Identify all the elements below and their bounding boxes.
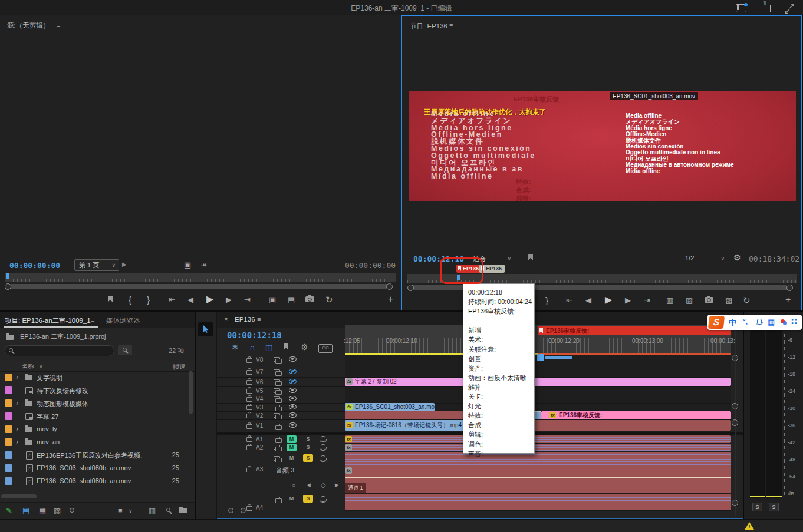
lock-icon[interactable] (246, 405, 252, 410)
add-keyframe-icon[interactable]: ◇ (321, 482, 325, 488)
ime-mic-icon[interactable] (757, 319, 762, 325)
sort-icon[interactable]: ≡ (118, 507, 123, 514)
eye-off-icon[interactable] (289, 369, 297, 374)
program-comparison-icon[interactable]: ↻ (743, 296, 751, 305)
label-chip[interactable] (5, 412, 12, 420)
sync-lock-icon[interactable] (274, 388, 280, 393)
eye-icon[interactable] (289, 356, 297, 362)
go-to-in-icon[interactable]: ⇤ (169, 296, 175, 303)
timeline-vscroll-handle-4[interactable] (732, 500, 738, 506)
writable-pencil-icon[interactable]: ✎ (6, 507, 12, 514)
add-marker-icon[interactable] (108, 296, 113, 302)
workspace-icon[interactable] (736, 4, 746, 12)
sequence-marker-span[interactable]: EP136审核反馈: (538, 326, 731, 335)
clip-v3[interactable]: fx EP136_SC01_shot003_an.mov (345, 403, 435, 411)
table-row[interactable]: EP136EP136王原原改对白参考视频. 25 (0, 449, 187, 462)
program-export-frame-icon[interactable] (705, 297, 713, 303)
lock-icon[interactable] (246, 358, 252, 363)
lock-icon[interactable] (246, 437, 252, 442)
disclosure-icon[interactable]: › (16, 425, 18, 432)
warning-icon[interactable]: ! (745, 522, 754, 530)
meter-solo-right-button[interactable]: S (769, 503, 779, 511)
track-name[interactable]: V2 (256, 412, 263, 419)
project-horizontal-scrollbar[interactable] (1, 494, 37, 498)
program-settings-icon[interactable]: ⚙ (733, 253, 741, 262)
sync-lock-icon[interactable] (274, 437, 280, 441)
clip-v2-rose[interactable] (345, 411, 463, 419)
snap-icon[interactable]: ∩ (249, 343, 255, 351)
sync-lock-icon[interactable] (274, 424, 280, 428)
program-step-forward-icon[interactable]: ▶ (625, 296, 631, 304)
voiceover-mic-icon[interactable] (321, 436, 325, 442)
column-name[interactable]: 名称 (21, 362, 34, 371)
sync-lock-icon[interactable] (274, 497, 280, 501)
track-name[interactable]: V8 (256, 356, 263, 363)
eye-icon[interactable] (289, 404, 297, 409)
lock-icon[interactable] (246, 506, 252, 511)
voiceover-mic-icon[interactable] (321, 496, 325, 502)
prev-keyframe-icon[interactable]: ◀ (307, 483, 311, 488)
track-name[interactable]: V5 (256, 388, 263, 394)
source-page-select[interactable]: 第 1 页 ∨ (74, 259, 119, 271)
table-row[interactable]: EP136_SC03_shot080b_an.mov 25 (0, 462, 187, 475)
project-breadcrumb[interactable]: EP136-an 二审-1009_1.prproj (20, 332, 106, 341)
mark-in-icon[interactable]: { (129, 295, 131, 304)
freeform-view-icon[interactable]: ▧ (54, 507, 61, 514)
source-zoom-scrollbar[interactable] (8, 284, 389, 289)
icon-view-icon[interactable]: ▦ (39, 507, 46, 514)
track-name[interactable]: A4 (256, 504, 263, 511)
export-frame-icon[interactable] (305, 296, 314, 302)
table-row[interactable]: › mov_an (0, 436, 187, 449)
eye-icon[interactable] (289, 396, 297, 401)
project-search-input[interactable] (5, 345, 114, 356)
program-step-back-icon[interactable]: ◀ (585, 296, 591, 304)
solo-button[interactable]: S (303, 495, 313, 503)
close-icon[interactable]: × (224, 316, 228, 323)
timeline-vscroll-handle-3[interactable] (732, 419, 738, 426)
eye-icon[interactable] (289, 412, 297, 418)
voiceover-mic-icon[interactable] (321, 444, 325, 450)
track-name[interactable]: V1 (256, 422, 263, 429)
list-view-icon[interactable]: ▤ (22, 507, 29, 514)
find-icon[interactable] (166, 508, 170, 512)
disclosure-icon[interactable]: › (16, 399, 18, 407)
keyframe-toggle-icon[interactable]: ○ (292, 483, 295, 488)
clip-a4[interactable] (345, 494, 731, 510)
source-time-ruler[interactable] (5, 273, 396, 282)
track-name[interactable]: V3 (256, 404, 263, 411)
new-bin-icon[interactable] (179, 508, 187, 513)
button-editor-icon[interactable]: + (388, 295, 393, 304)
program-go-to-in-icon[interactable]: ⇤ (566, 296, 572, 304)
lock-icon[interactable] (246, 445, 252, 450)
lane-v7[interactable] (345, 366, 731, 377)
source-playhead[interactable] (6, 273, 9, 279)
sync-lock-icon[interactable] (274, 379, 280, 384)
source-page-next-icon[interactable]: ▶ (122, 262, 127, 267)
eye-icon[interactable] (289, 388, 297, 393)
label-chip[interactable] (5, 438, 12, 446)
table-row[interactable]: › 动态图形模板媒体 (0, 397, 187, 410)
table-row[interactable]: 待下次反馈再修改 (0, 384, 187, 397)
drag-video-icon[interactable]: ▣ (184, 261, 191, 269)
extract-icon[interactable]: ▨ (686, 296, 693, 304)
program-button-editor-icon[interactable]: + (785, 295, 791, 305)
clip-a3[interactable]: fx 通道 1 (345, 452, 731, 493)
timeline-marker-icon[interactable] (284, 343, 288, 350)
lift-icon[interactable]: ▥ (666, 296, 673, 304)
step-back-icon[interactable]: ◀ (187, 296, 193, 303)
program-go-to-out-icon[interactable]: ⇥ (644, 296, 650, 304)
nest-toggle-icon[interactable]: ❄ (232, 343, 238, 351)
label-chip[interactable] (5, 451, 12, 459)
step-forward-icon[interactable]: ▶ (226, 296, 232, 303)
sync-lock-icon[interactable] (274, 445, 280, 450)
timeline-vscroll-handle-2[interactable] (732, 403, 738, 409)
insert-icon[interactable]: ▣ (269, 296, 276, 303)
lock-icon[interactable] (246, 468, 252, 472)
tab-project[interactable]: 项目: EP136-an二审-1009_1 (5, 316, 91, 325)
table-row[interactable]: › 文字说明 (0, 371, 187, 384)
source-zoom-handle-right[interactable] (386, 283, 393, 290)
eye-off-icon[interactable] (289, 379, 297, 384)
solo-button[interactable]: S (303, 444, 313, 451)
lane-v5[interactable] (345, 387, 731, 395)
timeline-settings-icon[interactable]: ⚙ (301, 343, 308, 351)
